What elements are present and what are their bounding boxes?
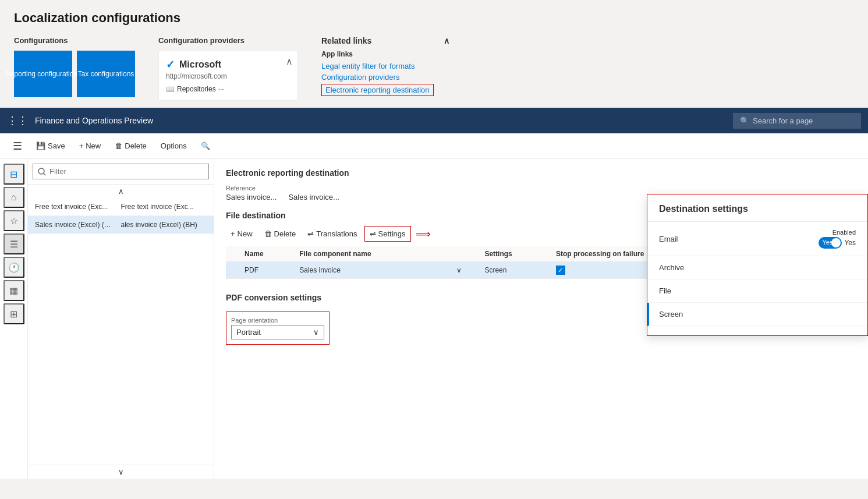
- reference-label: Reference: [226, 185, 339, 192]
- col-name: Name: [240, 246, 295, 262]
- toggle-thumb: [831, 238, 841, 247]
- book-icon: 📖: [166, 85, 175, 93]
- config-providers-label: Configuration providers: [158, 36, 298, 45]
- search-toolbar-button[interactable]: 🔍: [195, 138, 216, 154]
- fd-new-button[interactable]: + New: [226, 227, 257, 241]
- provider-repos[interactable]: 📖 Repositories ···: [166, 85, 290, 93]
- link-er-destination[interactable]: Electronic reporting destination: [321, 84, 434, 96]
- hamburger-menu-button[interactable]: ☰: [7, 136, 28, 157]
- dest-setting-archive[interactable]: Archive: [647, 256, 867, 279]
- list-filter-area: [28, 159, 214, 185]
- top-area: Localization configurations Configuratio…: [0, 0, 868, 108]
- fd-delete-icon: 🗑: [264, 229, 272, 238]
- enabled-label: Enabled: [832, 229, 856, 236]
- save-button[interactable]: 💾 Save: [30, 138, 71, 154]
- dest-email-label: Email: [659, 235, 678, 243]
- new-button[interactable]: + New: [73, 138, 107, 154]
- stop-processing-checkbox[interactable]: ✓: [556, 266, 565, 275]
- list-item-1[interactable]: Sales invoice (Excel) (… ales invoice (E…: [28, 216, 214, 234]
- new-icon: +: [79, 141, 84, 150]
- table-side-button[interactable]: ⊞: [3, 303, 24, 324]
- scroll-up-icon: ∧: [118, 187, 124, 196]
- dest-screen-label: Screen: [659, 310, 683, 318]
- ref-col2: Sales invoice...: [288, 193, 339, 201]
- nav-search-box[interactable]: 🔍 Search for a page: [733, 113, 861, 129]
- email-toggle-container: Enabled Yes Yes: [819, 229, 856, 249]
- dest-setting-screen[interactable]: Screen: [647, 303, 867, 326]
- nav-search-icon: 🔍: [740, 116, 749, 125]
- col-file-component: File component name: [295, 246, 452, 262]
- row-check-cell: [226, 262, 240, 279]
- row-name-cell: PDF: [240, 262, 295, 279]
- clock-side-button[interactable]: 🕐: [3, 257, 24, 278]
- list-panel: ∧ Free text invoice (Exc... Free text in…: [28, 159, 214, 479]
- delete-icon: 🗑: [115, 141, 122, 150]
- configurations-section: Configurations Reporting configurations …: [14, 36, 135, 101]
- grid-side-button[interactable]: ▦: [3, 280, 24, 301]
- page-orientation-box: Page orientation Portrait ∨: [226, 312, 330, 345]
- toolbar: ☰ 💾 Save + New 🗑 Delete Options 🔍: [0, 133, 868, 159]
- configurations-label: Configurations: [14, 36, 135, 45]
- list-side-button[interactable]: ☰: [3, 233, 24, 254]
- link-config-providers[interactable]: Configuration providers: [321, 73, 449, 82]
- col-check: [226, 246, 240, 262]
- list-items-container: ∧ Free text invoice (Exc... Free text in…: [28, 185, 214, 465]
- link-legal-entity[interactable]: Legal entity filter for formats: [321, 62, 449, 70]
- scroll-down-icon: ∨: [118, 468, 124, 476]
- dest-file-label: File: [659, 286, 671, 295]
- dest-setting-file[interactable]: File: [647, 279, 867, 303]
- nav-dots-icon[interactable]: ⋮⋮: [7, 114, 28, 127]
- delete-button[interactable]: 🗑 Delete: [109, 138, 153, 154]
- main-area: ⊟ ⌂ ☆ ☰ 🕐 ▦ ⊞ ∧ Free text invoice (Exc..…: [0, 159, 868, 479]
- row-file-component-cell: Sales invoice: [295, 262, 452, 279]
- star-side-button[interactable]: ☆: [3, 210, 24, 231]
- app-links-label: App links: [321, 50, 449, 58]
- page-title: Localization configurations: [14, 10, 854, 26]
- toggle-yes-text: Yes: [844, 239, 856, 247]
- fd-translations-button[interactable]: ⇌ Translations: [303, 227, 362, 241]
- reference-field: Reference Sales invoice... Sales invoice…: [226, 185, 339, 201]
- provider-check-icon: ✓: [166, 58, 175, 71]
- email-toggle[interactable]: Yes: [819, 237, 842, 249]
- dest-setting-email[interactable]: Email Enabled Yes Yes: [647, 222, 867, 256]
- collapse-icon[interactable]: ∧: [444, 36, 449, 45]
- list-scroll-down[interactable]: ∨: [28, 465, 214, 479]
- nav-title: Finance and Operations Preview: [35, 116, 726, 125]
- fd-translations-icon: ⇌: [307, 229, 314, 238]
- orientation-select[interactable]: Portrait ∨: [231, 325, 324, 339]
- filter-side-button[interactable]: ⊟: [3, 164, 24, 185]
- home-side-button[interactable]: ⌂: [3, 187, 24, 208]
- destination-settings-panel: Destination settings Email Enabled Yes Y…: [647, 194, 868, 336]
- related-links-section: Related links ∧ App links Legal entity f…: [321, 36, 449, 101]
- dest-settings-title: Destination settings: [647, 204, 867, 222]
- config-tiles: Reporting configurations Tax configurati…: [14, 51, 135, 97]
- options-button[interactable]: Options: [155, 138, 193, 154]
- provider-url: http://microsoft.com: [166, 72, 290, 80]
- row-settings-cell: Screen: [480, 262, 551, 279]
- fd-settings-icon: ⇌: [370, 229, 376, 238]
- tile-tax[interactable]: Tax configurations: [77, 51, 135, 97]
- settings-arrow-icon: ⟹: [416, 228, 431, 240]
- search-toolbar-icon: 🔍: [201, 141, 210, 150]
- fd-settings-button[interactable]: ⇌ Settings: [364, 226, 411, 242]
- ref-col1: Sales invoice...: [226, 193, 277, 201]
- page-orientation-label: Page orientation: [231, 317, 324, 324]
- config-providers-section: Configuration providers ∧ ✓ Microsoft ht…: [158, 36, 298, 101]
- list-item-0[interactable]: Free text invoice (Exc... Free text invo…: [28, 198, 214, 216]
- list-scroll-up[interactable]: ∧: [28, 185, 214, 198]
- nav-search-placeholder: Search for a page: [753, 116, 813, 125]
- save-icon: 💾: [36, 141, 45, 150]
- row-dropdown-cell[interactable]: ∨: [452, 262, 480, 279]
- filter-input[interactable]: [33, 164, 209, 179]
- provider-scroll-up[interactable]: ∧: [286, 56, 293, 67]
- dropdown-arrow-icon: ∨: [456, 266, 462, 274]
- fd-new-icon: +: [231, 229, 235, 238]
- fd-delete-button[interactable]: 🗑 Delete: [260, 227, 301, 241]
- dest-archive-label: Archive: [659, 263, 684, 272]
- orientation-dropdown-icon: ∨: [313, 328, 319, 337]
- provider-box: ∧ ✓ Microsoft http://microsoft.com 📖 Rep…: [158, 51, 298, 101]
- tile-reporting[interactable]: Reporting configurations: [14, 51, 72, 97]
- top-sections: Configurations Reporting configurations …: [14, 36, 854, 101]
- provider-name: ✓ Microsoft: [166, 58, 290, 71]
- side-icons-panel: ⊟ ⌂ ☆ ☰ 🕐 ▦ ⊞: [0, 159, 28, 479]
